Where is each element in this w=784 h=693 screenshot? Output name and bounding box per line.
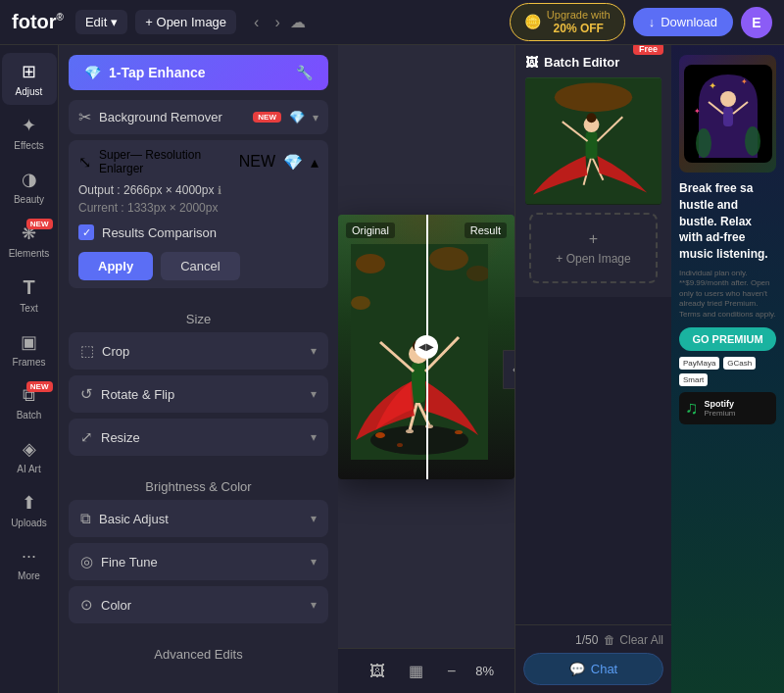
sidebar-item-text[interactable]: T Text: [2, 269, 57, 322]
advanced-edits-title: Advanced Edits: [59, 637, 338, 668]
panel-collapse-button[interactable]: ‹: [503, 350, 514, 389]
nav-arrows: ‹ › ☁: [248, 10, 306, 35]
fine-tune-row[interactable]: ◎ Fine Tune ▾: [69, 543, 328, 580]
new-badge: NEW: [239, 153, 275, 171]
sidebar-item-effects[interactable]: ✦ Effects: [2, 107, 57, 159]
tools-section: ✂ Background Remover NEW 💎 ▾ ⤡ Super— Re…: [59, 100, 338, 302]
ad-panel: ✦ ✦ ✦ Break free sa hustle and bustle. R…: [671, 45, 784, 693]
sidebar-item-batch[interactable]: NEW ⧉ Batch: [2, 377, 57, 428]
svg-rect-10: [412, 362, 425, 403]
svg-point-15: [375, 432, 385, 438]
resize-icon: ⤢: [80, 428, 93, 446]
chat-bubble-icon: 💬: [569, 662, 585, 676]
split-label-result: Result: [465, 223, 507, 238]
edit-chevron-icon: ▾: [111, 15, 118, 29]
sidebar-item-ai-art[interactable]: ◈ AI Art: [2, 430, 57, 482]
upgrade-text: Upgrade with 20% OFF: [547, 9, 611, 36]
svg-text:✦: ✦: [694, 107, 701, 116]
svg-point-17: [397, 443, 403, 447]
go-premium-button[interactable]: GO PREMIUM: [679, 327, 776, 351]
crop-row[interactable]: ⬚ Crop ▾: [69, 332, 328, 370]
rotate-icon: ↺: [80, 385, 93, 403]
scissors-icon: ✂: [78, 108, 91, 126]
svg-rect-29: [723, 107, 733, 126]
zoom-in-button[interactable]: +: [506, 659, 514, 684]
svg-point-1: [356, 254, 385, 273]
sidebar-item-label: More: [18, 570, 40, 581]
enlarge-icon: ⤡: [78, 153, 91, 172]
resize-row[interactable]: ⤢ Resize ▾: [69, 419, 328, 456]
chevron-down-icon: ▾: [311, 555, 317, 569]
sidebar-item-frames[interactable]: ▣ Frames: [2, 323, 57, 375]
sliders-icon: ⧉: [80, 510, 91, 527]
payment-icons: PayMaya GCash Smart: [679, 357, 776, 386]
upgrade-button[interactable]: 🪙 Upgrade with 20% OFF: [510, 3, 625, 42]
brightness-section-title: Brightness & Color: [59, 470, 338, 500]
svg-point-2: [429, 247, 468, 271]
super-resolution-header[interactable]: ⤡ Super— Resolution Enlarger NEW 💎 ▴: [78, 148, 318, 175]
left-sidebar: ⊞ Adjust ✦ Effects ◑ Beauty NEW ❋ Elemen…: [0, 45, 59, 693]
chevron-down-icon: ▾: [311, 598, 317, 612]
basic-adjust-row[interactable]: ⧉ Basic Adjust ▾: [69, 500, 328, 537]
split-handle[interactable]: ◀▶: [415, 335, 438, 359]
chat-button[interactable]: 💬 Chat: [523, 653, 663, 685]
cancel-button[interactable]: Cancel: [161, 252, 239, 280]
avatar-button[interactable]: E: [741, 7, 772, 38]
canvas-bottom-toolbar: 🖼 ▦ − 8% +: [338, 648, 514, 693]
zoom-out-button[interactable]: −: [439, 659, 464, 684]
svg-point-5: [370, 425, 468, 455]
sidebar-item-label: Uploads: [11, 518, 47, 528]
canvas-image: ◀▶ Original Result: [338, 215, 514, 479]
rotate-flip-row[interactable]: ↺ Rotate & Flip ▾: [69, 375, 328, 413]
svg-point-19: [555, 82, 632, 112]
main-layout: ⊞ Adjust ✦ Effects ◑ Beauty NEW ❋ Elemen…: [0, 45, 784, 693]
paymaya-icon: PayMaya: [679, 357, 719, 370]
layers-button[interactable]: ▦: [401, 658, 431, 684]
results-comparison-checkbox[interactable]: ✓: [78, 224, 94, 240]
edit-label: Edit: [85, 15, 107, 29]
sidebar-item-label: Batch: [17, 410, 42, 421]
new-badge: NEW: [26, 381, 53, 392]
color-icon: ⊙: [80, 596, 93, 614]
adjust-icon: ⊞: [22, 61, 36, 82]
settings-icon: 🔧: [296, 65, 313, 80]
sidebar-item-beauty[interactable]: ◑ Beauty: [2, 161, 57, 213]
image-placeholder: ◀▶ Original Result: [338, 215, 514, 479]
color-row[interactable]: ⊙ Color ▾: [69, 586, 328, 623]
open-image-button[interactable]: + Open Image: [135, 10, 236, 34]
sidebar-item-label: Elements: [9, 248, 50, 259]
edit-menu-button[interactable]: Edit ▾: [75, 10, 127, 34]
plus-icon: +: [589, 230, 598, 248]
apply-button[interactable]: Apply: [78, 252, 153, 280]
svg-text:✦: ✦: [709, 80, 716, 91]
ad-title: Break free sa hustle and bustle. Relax w…: [679, 180, 776, 263]
canvas-wrapper: ‹: [338, 45, 514, 693]
right-panel-bottom: 1/50 🗑 Clear All 💬 Chat: [515, 624, 671, 693]
enhance-button[interactable]: 💎 1-Tap Enhance 🔧: [69, 55, 328, 90]
apply-cancel-row: Apply Cancel: [78, 252, 318, 280]
sidebar-item-elements[interactable]: NEW ❋ Elements: [2, 215, 57, 267]
ad-content: ✦ ✦ ✦ Break free sa hustle and bustle. R…: [671, 45, 784, 693]
ad-fine-print: Individual plan only. **$9.99/month afte…: [679, 269, 776, 320]
sidebar-item-uploads[interactable]: ⬆ Uploads: [2, 484, 57, 536]
sidebar-item-adjust[interactable]: ⊞ Adjust: [2, 53, 57, 105]
open-image-button[interactable]: + + Open Image: [529, 213, 658, 283]
new-badge: NEW: [253, 112, 281, 123]
download-button[interactable]: ↓ Download: [633, 8, 733, 36]
svg-point-26: [587, 113, 597, 123]
nav-forward-button[interactable]: ›: [269, 10, 285, 35]
more-icon: ···: [22, 546, 36, 567]
chevron-down-icon: ▾: [313, 111, 318, 124]
nav-back-button[interactable]: ‹: [248, 10, 265, 35]
app-logo: fotor®: [12, 11, 64, 33]
cloud-icon: ☁: [290, 13, 306, 31]
background-remover-row[interactable]: ✂ Background Remover NEW 💎 ▾: [69, 100, 328, 134]
ai-art-icon: ◈: [23, 438, 36, 460]
sidebar-item-more[interactable]: ··· More: [2, 538, 57, 589]
clear-all-button[interactable]: 🗑 Clear All: [604, 633, 663, 647]
chevron-down-icon: ▾: [311, 344, 317, 358]
super-resolution-body: Output : 2666px × 4000px ℹ Current : 133…: [78, 175, 318, 280]
zoom-level: 8%: [471, 664, 498, 678]
image-tool-button[interactable]: 🖼: [362, 659, 393, 684]
size-section: ⬚ Crop ▾ ↺ Rotate & Flip ▾ ⤢ Resize ▾: [59, 332, 338, 470]
